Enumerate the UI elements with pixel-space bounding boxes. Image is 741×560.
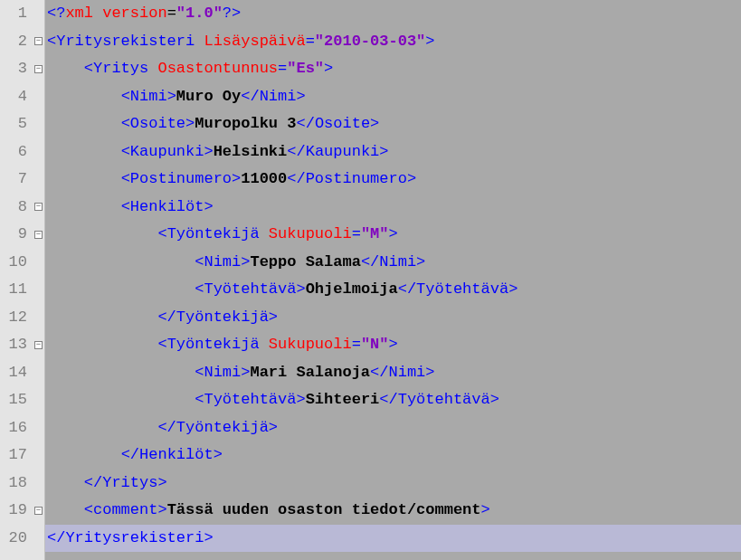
code-line[interactable]: <Työtehtävä>Ohjelmoija</Työtehtävä> [45,276,741,304]
line-number: 17 [0,441,27,470]
fold-marker [33,359,44,387]
fold-marker[interactable]: − [33,331,44,359]
fold-marker [33,0,44,28]
fold-marker [33,166,44,194]
fold-marker[interactable]: − [33,497,44,525]
code-line[interactable]: </Työntekijä> [45,414,741,442]
code-line[interactable]: </Yritys> [45,470,741,498]
line-number: 13 [0,331,27,359]
code-line[interactable]: <Nimi>Mari Salanoja</Nimi> [45,359,741,387]
fold-collapse-icon[interactable]: − [34,65,43,73]
line-number: 7 [0,166,27,194]
fold-marker [33,138,44,166]
line-number: 20 [0,525,27,553]
code-line[interactable]: <Työntekijä Sukupuoli="M"> [45,221,741,249]
fold-marker [33,470,44,498]
fold-marker[interactable]: − [33,221,44,249]
line-number: 2 [0,28,27,56]
code-line[interactable]: <Henkilöt> [45,194,741,222]
fold-collapse-icon[interactable]: − [34,231,43,239]
code-line[interactable]: <Yritysrekisteri Lisäyspäivä="2010-03-03… [45,28,741,56]
code-line[interactable]: <Työtehtävä>Sihteeri</Työtehtävä> [45,386,741,414]
code-line[interactable]: <Kaupunki>Helsinki</Kaupunki> [45,138,741,166]
line-number: 14 [0,359,27,387]
line-number: 18 [0,470,27,498]
fold-marker [33,386,44,414]
line-number: 1 [0,0,27,28]
code-line[interactable]: <Työntekijä Sukupuoli="N"> [45,331,741,359]
line-number: 12 [0,304,27,332]
fold-marker [33,304,44,332]
line-number: 8 [0,194,27,222]
fold-marker[interactable]: − [33,194,44,222]
line-number: 19 [0,497,27,525]
fold-marker [33,414,44,442]
fold-column[interactable]: −− −− − − [33,0,45,560]
code-line[interactable]: </Yritysrekisteri> [45,525,741,553]
fold-collapse-icon[interactable]: − [34,37,43,45]
code-line[interactable]: <Postinumero>11000</Postinumero> [45,166,741,194]
line-number-gutter: 1234567891011121314151617181920 [0,0,33,560]
line-number: 16 [0,414,27,442]
fold-marker[interactable]: − [33,28,44,56]
line-number: 6 [0,138,27,166]
code-area[interactable]: <?xml version="1.0"?><Yritysrekisteri Li… [45,0,741,560]
code-line[interactable]: <?xml version="1.0"?> [45,0,741,28]
fold-marker [33,110,44,138]
code-line[interactable]: <comment>Tässä uuden osaston tiedot/comm… [45,497,741,525]
line-number: 10 [0,249,27,277]
code-line[interactable]: <Nimi>Teppo Salama</Nimi> [45,249,741,277]
fold-marker [33,525,44,553]
line-number: 3 [0,55,27,83]
code-line[interactable]: <Yritys Osastontunnus="Es"> [45,55,741,83]
line-number: 4 [0,83,27,111]
code-line[interactable]: </Henkilöt> [45,441,741,470]
code-editor[interactable]: 1234567891011121314151617181920 −− −− − … [0,0,741,560]
line-number: 5 [0,110,27,138]
line-number: 11 [0,276,27,304]
fold-marker [33,441,44,470]
code-line[interactable]: <Osoite>Muropolku 3</Osoite> [45,110,741,138]
fold-marker [33,83,44,111]
code-line[interactable]: </Työntekijä> [45,304,741,332]
fold-collapse-icon[interactable]: − [34,341,43,349]
fold-marker [33,249,44,277]
fold-marker [33,276,44,304]
line-number: 15 [0,386,27,414]
fold-marker[interactable]: − [33,55,44,83]
fold-collapse-icon[interactable]: − [34,507,43,515]
code-line[interactable]: <Nimi>Muro Oy</Nimi> [45,83,741,111]
line-number: 9 [0,221,27,249]
fold-collapse-icon[interactable]: − [34,203,43,211]
